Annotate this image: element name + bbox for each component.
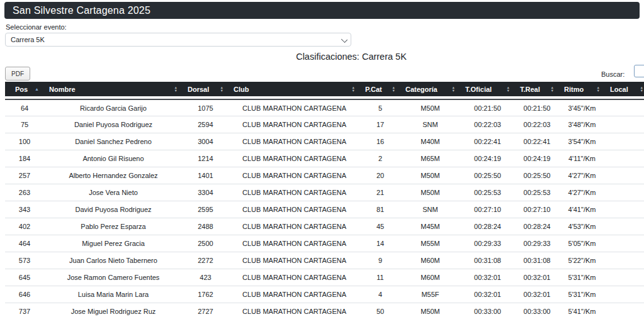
cell-treal: 00:28:24 <box>515 218 559 235</box>
sort-icon: ▲▼ <box>640 86 643 92</box>
cell-categoria: M60M <box>400 252 460 269</box>
cell-pos: 257 <box>5 167 44 184</box>
search-area: Buscar: <box>601 68 624 79</box>
cell-toficial: 00:24:19 <box>460 150 515 167</box>
cell-categoria: M50M <box>400 99 460 116</box>
cell-categoria: M40M <box>400 133 460 150</box>
cell-local <box>605 133 644 150</box>
column-header-pos[interactable]: Pos▲ <box>5 82 44 99</box>
cell-club: CLUB MARATHON CARTAGENA <box>229 201 360 218</box>
cell-club: CLUB MARATHON CARTAGENA <box>229 286 360 303</box>
cell-treal: 00:27:10 <box>515 201 559 218</box>
search-input[interactable] <box>634 65 644 77</box>
column-header-nombre[interactable]: Nombre▲▼ <box>44 82 183 99</box>
cell-pos: 343 <box>5 201 44 218</box>
cell-categoria: M55M <box>400 235 460 252</box>
sort-icon: ▲▼ <box>507 86 510 92</box>
table-row: 64Ricardo Garcia Garijo1075CLUB MARATHON… <box>5 99 644 116</box>
cell-club: CLUB MARATHON CARTAGENA <box>229 235 360 252</box>
cell-dorsal: 2488 <box>183 218 229 235</box>
column-label: Nombre <box>49 86 76 93</box>
cell-categoria: M50M <box>400 303 460 320</box>
cell-nombre: Alberto Hernandez Gonzalez <box>44 167 183 184</box>
cell-pos: 645 <box>5 269 44 286</box>
cell-local <box>605 201 644 218</box>
cell-nombre: Ricardo Garcia Garijo <box>44 99 183 116</box>
cell-nombre: Pablo Perez Esparza <box>44 218 183 235</box>
pdf-export-button[interactable]: PDF <box>5 67 30 81</box>
cell-pcat: 17 <box>360 116 400 133</box>
table-row: 464Miguel Perez Gracia2500CLUB MARATHON … <box>5 235 644 252</box>
table-row: 402Pablo Perez Esparza2488CLUB MARATHON … <box>5 218 644 235</box>
cell-pcat: 11 <box>360 269 400 286</box>
cell-local <box>605 116 644 133</box>
cell-pos: 184 <box>5 150 44 167</box>
sort-icon: ▲▼ <box>597 86 600 92</box>
cell-pcat: 21 <box>360 184 400 201</box>
cell-treal: 00:22:41 <box>515 133 559 150</box>
column-header-ritmo[interactable]: Ritmo▲▼ <box>559 82 605 99</box>
cell-club: CLUB MARATHON CARTAGENA <box>229 184 360 201</box>
cell-dorsal: 1401 <box>183 167 229 184</box>
event-select[interactable]: Carrera 5K <box>5 33 351 47</box>
cell-ritmo: 5'22"/Km <box>559 252 605 269</box>
table-head: Pos▲Nombre▲▼Dorsal▲▼Club▲▼P.Cat▲▼Categor… <box>5 82 644 99</box>
cell-club: CLUB MARATHON CARTAGENA <box>229 269 360 286</box>
cell-pos: 64 <box>5 99 44 116</box>
cell-categoria: SNM <box>400 201 460 218</box>
table-row: 645Jose Ramon Camero Fuentes423CLUB MARA… <box>5 269 644 286</box>
column-label: T.Oficial <box>465 86 492 93</box>
cell-pos: 263 <box>5 184 44 201</box>
column-header-categoria[interactable]: Categoría▲▼ <box>400 82 460 99</box>
cell-ritmo: 4'41"/Km <box>559 201 605 218</box>
column-header-club[interactable]: Club▲▼ <box>229 82 360 99</box>
cell-pos: 646 <box>5 286 44 303</box>
column-header-treal[interactable]: T.Real▲▼ <box>515 82 559 99</box>
cell-ritmo: 4'53"/Km <box>559 218 605 235</box>
cell-categoria: M60M <box>400 269 460 286</box>
cell-treal: 00:21:50 <box>515 99 559 116</box>
cell-categoria: M55F <box>400 286 460 303</box>
cell-ritmo: 4'27"/Km <box>559 184 605 201</box>
cell-toficial: 00:25:50 <box>460 167 515 184</box>
table-row: 75Daniel Puyosa Rodriguez2594CLUB MARATH… <box>5 116 644 133</box>
cell-dorsal: 2594 <box>183 116 229 133</box>
cell-dorsal: 423 <box>183 269 229 286</box>
cell-ritmo: 4'11"/Km <box>559 150 605 167</box>
cell-toficial: 00:28:24 <box>460 218 515 235</box>
cell-local <box>605 286 644 303</box>
page-title: San Silvestre Cartagena 2025 <box>13 5 150 16</box>
column-header-pcat[interactable]: P.Cat▲▼ <box>360 82 400 99</box>
cell-categoria: M50M <box>400 167 460 184</box>
cell-ritmo: 4'27"/Km <box>559 167 605 184</box>
cell-club: CLUB MARATHON CARTAGENA <box>229 252 360 269</box>
cell-treal: 00:22:03 <box>515 116 559 133</box>
cell-nombre: Daniel Puyosa Rodriguez <box>44 116 183 133</box>
cell-toficial: 00:27:10 <box>460 201 515 218</box>
cell-pcat: 50 <box>360 303 400 320</box>
cell-nombre: Daniel Sanchez Pedreno <box>44 133 183 150</box>
cell-toficial: 00:33:00 <box>460 303 515 320</box>
column-header-dorsal[interactable]: Dorsal▲▼ <box>183 82 229 99</box>
cell-local <box>605 218 644 235</box>
column-label: T.Real <box>520 86 540 93</box>
cell-local <box>605 150 644 167</box>
column-header-toficial[interactable]: T.Oficial▲▼ <box>460 82 515 99</box>
cell-pos: 100 <box>5 133 44 150</box>
cell-treal: 00:24:19 <box>515 150 559 167</box>
cell-club: CLUB MARATHON CARTAGENA <box>229 133 360 150</box>
cell-nombre: Juan Carlos Nieto Tabernero <box>44 252 183 269</box>
column-header-local[interactable]: Local▲▼ <box>605 82 644 99</box>
cell-toficial: 00:29:33 <box>460 235 515 252</box>
table-row: 263Jose Vera Nieto3304CLUB MARATHON CART… <box>5 184 644 201</box>
cell-dorsal: 2500 <box>183 235 229 252</box>
cell-local <box>605 269 644 286</box>
cell-nombre: Jose Miguel Rodriguez Ruz <box>44 303 183 320</box>
sort-icon: ▲▼ <box>174 86 178 92</box>
cell-pcat: 4 <box>360 286 400 303</box>
cell-nombre: Jose Ramon Camero Fuentes <box>44 269 183 286</box>
cell-pcat: 14 <box>360 235 400 252</box>
cell-pos: 75 <box>5 116 44 133</box>
cell-categoria: M50M <box>400 184 460 201</box>
cell-dorsal: 2272 <box>183 252 229 269</box>
